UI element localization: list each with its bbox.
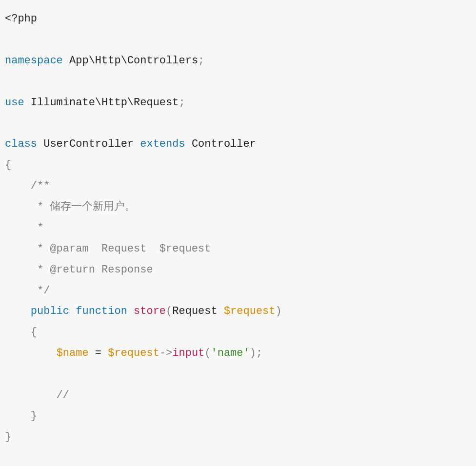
arrow: ->: [159, 347, 172, 359]
kw-extends: extends: [140, 138, 185, 150]
lparen: (: [166, 305, 172, 317]
param-var: $request: [224, 305, 276, 317]
kw-class: class: [5, 138, 37, 150]
code-block: <?php namespace App\Http\Controllers; us…: [0, 0, 476, 457]
rbrace: }: [31, 410, 37, 422]
class-name: UserController: [43, 138, 134, 150]
rparen: ): [250, 347, 256, 359]
ns-part: App: [69, 55, 89, 67]
inline-comment: //: [57, 389, 69, 401]
doc-open: /**: [31, 180, 50, 192]
use-part: Http: [101, 97, 127, 109]
use-part: Illuminate: [31, 97, 95, 109]
doc-line: * @param Request $request: [31, 243, 211, 255]
ns-part: Http: [95, 55, 121, 67]
req-var: $request: [108, 347, 159, 359]
input-call: input: [172, 347, 204, 359]
doc-line: * 储存一个新用户。: [31, 201, 136, 213]
rbrace: }: [5, 431, 11, 443]
php-open-tag: <?php: [5, 13, 37, 25]
kw-function: function: [76, 305, 127, 317]
bslash: \: [89, 55, 95, 67]
semi: ;: [198, 55, 204, 67]
doc-line: *: [31, 222, 43, 234]
method-name: store: [134, 305, 166, 317]
ns-part: Controllers: [127, 55, 198, 67]
rparen: ): [276, 305, 282, 317]
parent-name: Controller: [192, 138, 256, 150]
bslash: \: [95, 97, 101, 109]
param-type: Request: [172, 305, 217, 317]
kw-public: public: [31, 305, 69, 317]
doc-close: */: [31, 285, 50, 297]
semi: ;: [256, 347, 262, 359]
bslash: \: [127, 97, 134, 109]
lparen: (: [204, 347, 211, 359]
var-name: $name: [57, 347, 89, 359]
lbrace: {: [31, 326, 37, 338]
eq: =: [89, 347, 108, 359]
kw-use: use: [5, 97, 24, 109]
use-part: Request: [134, 97, 178, 109]
str-name: 'name': [211, 347, 250, 359]
bslash: \: [121, 55, 127, 67]
kw-namespace: namespace: [5, 55, 63, 67]
lbrace: {: [5, 159, 11, 171]
semi: ;: [178, 97, 185, 109]
doc-line: * @return Response: [31, 264, 153, 276]
